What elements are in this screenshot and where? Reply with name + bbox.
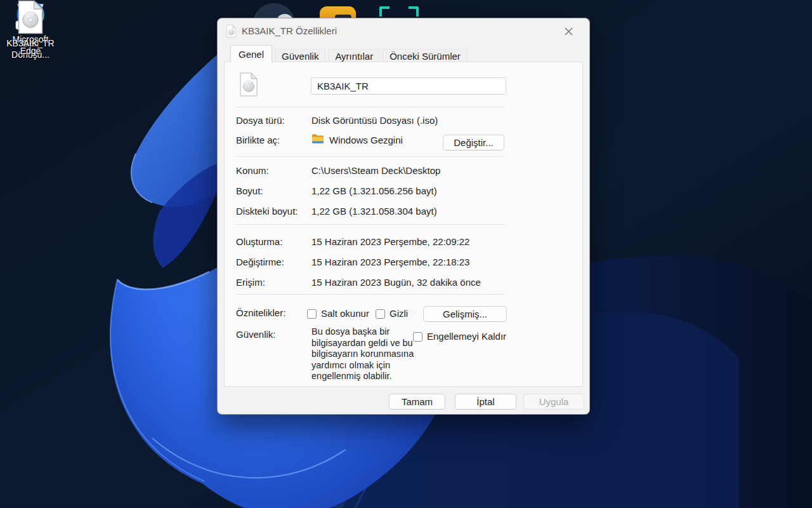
iso-file-icon-large xyxy=(240,72,258,97)
location-value: C:\Users\Steam Deck\Desktop xyxy=(311,165,440,176)
readonly-checkbox-label[interactable]: Salt okunur xyxy=(321,308,369,319)
unblock-checkbox[interactable] xyxy=(413,332,422,342)
ok-button[interactable]: Tamam xyxy=(389,394,445,410)
separator xyxy=(236,107,505,107)
close-button[interactable] xyxy=(555,22,582,41)
file-explorer-icon xyxy=(311,133,324,144)
size-on-disk-value: 1,22 GB (1.321.058.304 bayt) xyxy=(311,206,437,217)
accessed-value: 15 Haziran 2023 Bugün, 32 dakika önce xyxy=(311,277,481,288)
file-name-input[interactable] xyxy=(311,77,506,95)
dialog-title: KB3AIK_TR Özellikleri xyxy=(242,25,337,36)
size-on-disk-label: Diskteki boyut: xyxy=(236,206,298,217)
teal-capture-app-icon[interactable] xyxy=(379,6,419,18)
readonly-checkbox[interactable] xyxy=(307,309,317,319)
created-label: Oluşturma: xyxy=(236,236,282,247)
dialog-titlebar[interactable]: KB3AIK_TR Özellikleri xyxy=(218,18,589,44)
hidden-checkbox-label[interactable]: Gizli xyxy=(390,308,408,319)
advanced-button[interactable]: Gelişmiş... xyxy=(423,306,507,322)
iso-file-icon xyxy=(226,25,236,37)
opens-with-value: Windows Gezgini xyxy=(329,135,403,145)
separator xyxy=(236,294,505,295)
tab-security[interactable]: Güvenlik xyxy=(275,49,325,62)
file-type-value: Disk Görüntüsü Dosyası (.iso) xyxy=(311,115,438,126)
desktop-icon-iso-file[interactable]: KB3AIK_TR xyxy=(0,0,61,49)
tab-page-general: Dosya türü: Disk Görüntüsü Dosyası (.iso… xyxy=(224,62,583,387)
location-label: Konum: xyxy=(236,165,269,176)
separator xyxy=(236,224,505,225)
file-type-label: Dosya türü: xyxy=(236,115,285,126)
separator xyxy=(236,156,505,157)
desktop-icon-label: KB3AIK_TR xyxy=(6,37,54,49)
iso-file-icon xyxy=(18,0,43,34)
tab-general[interactable]: Genel xyxy=(230,45,272,62)
capture-corner-icon xyxy=(379,6,390,17)
unblock-checkbox-label[interactable]: Engellemeyi Kaldır xyxy=(427,331,506,342)
modified-value: 15 Haziran 2023 Perşembe, 22:18:23 xyxy=(311,257,469,267)
properties-dialog: KB3AIK_TR Özellikleri Genel Güvenlik Ayr… xyxy=(217,18,590,415)
tab-previous-versions[interactable]: Önceki Sürümler xyxy=(383,49,468,62)
close-icon xyxy=(564,27,573,36)
modified-label: Değiştirme: xyxy=(236,257,284,267)
capture-corner-icon xyxy=(409,6,419,17)
tab-strip: Genel Güvenlik Ayrıntılar Önceki Sürümle… xyxy=(230,45,468,62)
created-value: 15 Haziran 2023 Perşembe, 22:09:22 xyxy=(311,236,469,247)
tab-details[interactable]: Ayrıntılar xyxy=(328,49,380,62)
security-description: Bu dosya başka bir bilgisayardan geldi v… xyxy=(311,326,423,382)
attributes-label: Öznitelikler: xyxy=(236,307,285,318)
size-label: Boyut: xyxy=(236,185,263,196)
accessed-label: Erişim: xyxy=(236,277,265,288)
opens-with-label: Birlikte aç: xyxy=(236,135,280,145)
security-label: Güvenlik: xyxy=(236,329,276,340)
cancel-button[interactable]: İptal xyxy=(455,394,516,410)
size-value: 1,22 GB (1.321.056.256 bayt) xyxy=(311,185,437,196)
hidden-checkbox[interactable] xyxy=(376,309,385,319)
change-button[interactable]: Değiştir... xyxy=(443,135,504,150)
apply-button[interactable]: Uygula xyxy=(523,394,584,410)
